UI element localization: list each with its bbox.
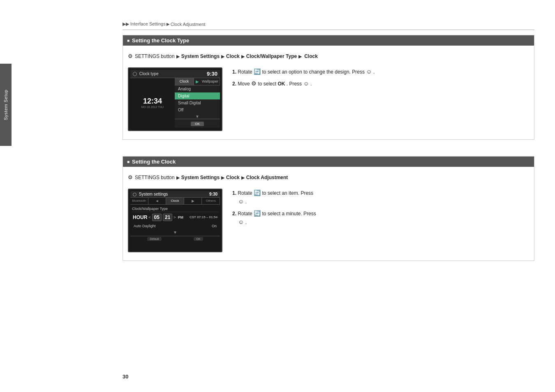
- page-number: 30: [123, 374, 128, 380]
- screen-mockup-1: Clock type 9:30 12:34 MO 16 2012 THU: [128, 67, 222, 131]
- section2-content: System settings 9:30 Bluetooth ◄ Clock ▶…: [128, 185, 529, 256]
- section-clock-setting: Setting the Clock ⚙ SETTINGS button ▶ Sy…: [123, 156, 534, 261]
- scroll-down-icon: ▼: [195, 114, 199, 119]
- breadcrumb-part1: ▶▶ Interface Settings: [123, 21, 166, 27]
- step2-2-text: Rotate: [238, 211, 254, 217]
- ok-btn-2[interactable]: OK: [194, 237, 203, 241]
- step1-1-mid: to select an option to change the design…: [262, 69, 366, 75]
- sys-hour-row: HOUR < 05 21 > PM CST 07:15 – 01:54: [132, 212, 218, 223]
- screen1-tabs: Clock ▶ Wallpaper: [175, 78, 220, 85]
- step2-2-final: .: [245, 219, 247, 225]
- screen1-content: 12:34 MO 16 2012 THU Clock ▶ Wallpaper: [130, 78, 220, 128]
- tab-wallpaper: Wallpaper: [201, 78, 220, 85]
- screen1-time: 9:30: [207, 71, 217, 77]
- nav-system-settings-1: System Settings: [181, 53, 220, 60]
- sys-row-clock-wallpaper: Clock/Wallpaper Type: [132, 206, 218, 212]
- breadcrumb-part2: Clock Adjustment: [171, 22, 206, 27]
- screen1-footer: ▼ OK: [175, 113, 220, 128]
- clock-big-time: 12:34: [141, 97, 164, 106]
- section2-title: Setting the Clock: [132, 159, 176, 165]
- default-btn[interactable]: Default: [147, 237, 161, 241]
- menu-analog: Analog: [175, 85, 220, 92]
- step1-1-end: .: [373, 69, 375, 75]
- rotate-icon-2: 🔄: [254, 189, 261, 196]
- menu-digital: Digital: [175, 92, 220, 99]
- time-arrow-left: <: [148, 215, 150, 219]
- step1-1-text: Rotate: [238, 69, 254, 75]
- step1-2-num: 2.: [232, 81, 236, 87]
- section-clock-type: Setting the Clock Type ⚙ SETTINGS button…: [123, 35, 534, 140]
- screen1-menu: Analog Digital Small Digital Off: [175, 85, 220, 113]
- menu-off: Off: [175, 106, 220, 113]
- settings-icon-2: ⚙: [128, 173, 133, 182]
- nav-clock-adjustment: Clock Adjustment: [246, 174, 288, 182]
- section1-instructions: 1. Rotate 🔄 to select an option to chang…: [229, 67, 529, 131]
- step1-2: 2. Move ⚙ to select OK . Press ☺ .: [232, 79, 529, 88]
- sidebar-tab: System Setup: [0, 64, 12, 146]
- screen2-tabs: Bluetooth ◄ Clock ▶ Others: [130, 198, 220, 205]
- ok-button-1[interactable]: OK: [191, 122, 204, 126]
- nav-clock-type: Clock: [304, 53, 318, 60]
- menu-small-digital: Small Digital: [175, 99, 220, 106]
- section2-body: ⚙ SETTINGS button ▶ System Settings ▶ Cl…: [123, 167, 534, 261]
- clock-date: MO 16 2012 THU: [141, 106, 164, 108]
- nav-settings-btn-1: SETTINGS button: [135, 53, 175, 60]
- step1-2-text: Move: [238, 81, 251, 87]
- screen2-label: System settings: [133, 192, 168, 196]
- step2-1-end: .: [245, 199, 247, 205]
- breadcrumb: ▶▶ Interface Settings ▶ Clock Adjustment: [123, 21, 206, 27]
- scroll-down-2: ▼: [132, 230, 218, 235]
- sys-tab-prev: ◄: [148, 198, 166, 204]
- press-icon-4: ☺: [238, 219, 244, 225]
- auto-value: On: [212, 224, 217, 228]
- breadcrumb-arrow: ▶: [166, 22, 170, 26]
- step1-2-mid: to select: [258, 81, 278, 87]
- step1-1-num: 1.: [232, 69, 236, 75]
- sys-tab-next: ▶: [184, 198, 202, 204]
- nav-arrow-1d: ▶: [298, 53, 302, 60]
- screen2-footer: Default OK: [130, 236, 220, 242]
- nav-arrow-1c: ▶: [241, 53, 245, 60]
- step1-1: 1. Rotate 🔄 to select an option to chang…: [232, 67, 529, 76]
- tab-arrow: ▶: [194, 78, 201, 85]
- section2-nav-path: ⚙ SETTINGS button ▶ System Settings ▶ Cl…: [128, 171, 529, 185]
- section1-content: Clock type 9:30 12:34 MO 16 2012 THU: [128, 64, 529, 135]
- press-icon-2: ☺: [303, 80, 309, 87]
- nav-clock-wallpaper: Clock/Wallpaper Type: [246, 53, 297, 60]
- step2-2-mid: to select a minute. Press: [262, 211, 316, 217]
- step2-2: 2. Rotate 🔄 to select a minute. Press ☺ …: [232, 209, 529, 226]
- screen1-right: Clock ▶ Wallpaper Analog Digital Small D…: [175, 78, 220, 128]
- rotate-icon-3: 🔄: [254, 210, 261, 217]
- sys-auto-row: Auto Daylight On: [132, 223, 218, 229]
- nav-arrow-2b: ▶: [221, 174, 224, 182]
- nav-clock-1: Clock: [226, 53, 240, 60]
- section2-header: Setting the Clock: [123, 157, 534, 167]
- tab-clock: Clock: [175, 78, 194, 85]
- section2-instructions: 1. Rotate 🔄 to select an item. Press ☺ .…: [229, 189, 529, 252]
- settings-icon-1: ⚙: [128, 52, 133, 61]
- step2-1-mid: to select an item. Press: [262, 190, 313, 196]
- screen2-header: System settings 9:30: [130, 191, 220, 198]
- time-arrow-right: >: [173, 215, 176, 219]
- clock-display: 12:34 MO 16 2012 THU: [141, 97, 164, 108]
- cst-info: CST 07:15 – 01:54: [190, 215, 217, 219]
- screen2-content: Clock/Wallpaper Type HOUR < 05 21 > PM C…: [130, 205, 220, 236]
- screen1-label: Clock type: [133, 71, 158, 76]
- press-icon-3: ☺: [238, 198, 244, 205]
- step1-2-final: .: [310, 81, 312, 87]
- step2-2-num: 2.: [232, 211, 236, 217]
- time-hour: 05: [152, 214, 162, 221]
- step2-1-num: 1.: [232, 190, 236, 196]
- nav-arrow-2c: ▶: [241, 174, 245, 182]
- step1-2-end: . Press: [287, 81, 303, 87]
- time-minute: 21: [163, 214, 172, 221]
- screen2-time: 9:30: [209, 192, 217, 196]
- move-icon-1: ⚙: [251, 80, 257, 87]
- nav-arrow-2a: ▶: [176, 174, 180, 182]
- sidebar-label: System Setup: [3, 90, 8, 120]
- screen1-ok: OK: [175, 119, 220, 127]
- nav-arrow-1a: ▶: [176, 53, 180, 60]
- nav-arrow-1b: ▶: [221, 53, 224, 60]
- nav-settings-btn-2: SETTINGS button: [135, 174, 175, 182]
- screen1-left: 12:34 MO 16 2012 THU: [130, 78, 175, 128]
